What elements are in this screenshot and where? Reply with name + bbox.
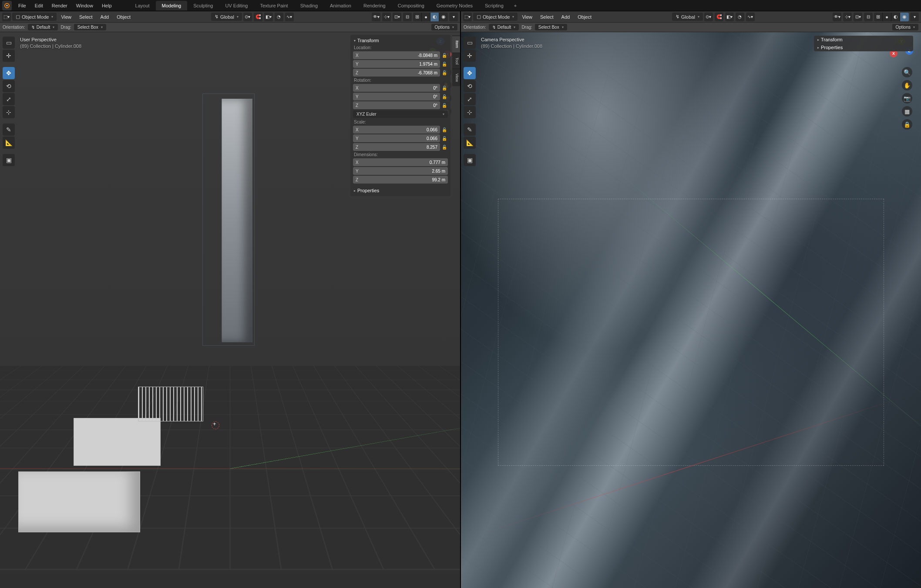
gizmo-toggle[interactable]: ⊹▾ [382,13,391,21]
tab-sculpting[interactable]: Sculpting [187,1,219,10]
header-select[interactable]: Select [76,13,96,21]
transform-section-header[interactable]: Transform [814,36,913,43]
rotation-z-field[interactable]: Z0° [353,101,440,109]
viewport-left[interactable]: User Perspective (89) Collection | Cylin… [0,32,460,588]
overlays-toggle[interactable]: ⊡▾ [854,13,862,21]
header-add[interactable]: Add [558,13,574,21]
zoom-icon[interactable]: 🔍 [902,67,912,77]
lock-icon[interactable]: 🔓 [441,62,448,67]
location-x-field[interactable]: X-8.0848 m [353,51,440,59]
lock-icon[interactable]: 🔓 [441,145,448,150]
menu-help[interactable]: Help [97,1,116,10]
dim-z-field[interactable]: Z99.2 m [353,176,448,184]
lock-icon[interactable]: 🔓 [441,103,448,108]
tab-shading[interactable]: Shading [294,1,324,10]
drag-dropdown[interactable]: Select Box [74,24,106,30]
scale-y-field[interactable]: Y0.066 [353,134,440,142]
header-add[interactable]: Add [97,13,113,21]
tool-transform[interactable]: ⊹ [464,106,476,118]
proportional-dropdown[interactable]: ∿▾ [746,13,755,21]
drag-dropdown[interactable]: Select Box [535,24,567,30]
orientation-dropdown[interactable]: ↯Global [672,13,703,21]
menu-window[interactable]: Window [72,1,97,10]
camera-icon[interactable]: 📷 [902,93,912,104]
tool-orientation-dropdown[interactable]: ↯Default [28,24,58,30]
tool-add-cube[interactable]: ▣ [3,154,15,166]
tool-add-cube[interactable]: ▣ [464,154,476,166]
lock-icon[interactable]: 🔓 [441,53,448,58]
shading-material[interactable]: ◐ [891,13,900,21]
lock-icon[interactable]: 🔓 [441,127,448,132]
pan-icon[interactable]: ✋ [902,80,912,90]
rotation-mode-dropdown[interactable]: XYZ Euler [353,110,448,118]
shading-wireframe[interactable]: ⊞ [413,13,422,21]
shading-options-dropdown[interactable]: ▾ [449,13,458,21]
properties-section-header[interactable]: Properties [814,43,913,51]
lock-icon[interactable]: 🔓 [441,136,448,141]
tool-move[interactable]: ✥ [3,67,15,79]
tab-texture-paint[interactable]: Texture Paint [254,1,294,10]
scale-z-field[interactable]: Z8.257 [353,143,440,151]
tab-view[interactable]: View [452,69,460,86]
transform-section-header[interactable]: Transform [350,37,450,44]
tab-rendering[interactable]: Rendering [357,1,392,10]
tab-uv-editing[interactable]: UV Editing [219,1,254,10]
tab-geometry-nodes[interactable]: Geometry Nodes [430,1,479,10]
xray-toggle[interactable]: ⊟ [403,13,412,21]
tool-annotate[interactable]: ✎ [3,124,15,136]
pivot-dropdown[interactable]: ⊙▾ [704,13,713,21]
snap-dropdown[interactable]: ◧▾ [725,13,734,21]
proportional-dropdown[interactable]: ∿▾ [285,13,294,21]
lock-icon[interactable]: 🔓 [441,70,448,75]
dim-x-field[interactable]: X0.777 m [353,158,448,166]
lock-icon[interactable]: 🔓 [441,86,448,90]
tool-rotate[interactable]: ⟲ [3,80,15,92]
menu-edit[interactable]: Edit [30,1,47,10]
options-dropdown-left[interactable]: Options [431,24,457,30]
shading-solid[interactable]: ● [883,13,891,21]
tool-annotate[interactable]: ✎ [464,124,476,136]
header-view[interactable]: View [518,13,536,21]
menu-render[interactable]: Render [47,1,72,10]
shading-solid[interactable]: ● [422,13,430,21]
perspective-icon[interactable]: ▦ [902,106,912,117]
shading-options-dropdown[interactable]: ▾ [910,13,919,21]
scale-x-field[interactable]: X0.066 [353,126,440,134]
proportional-edit-toggle[interactable]: ◔ [275,13,283,21]
xray-toggle[interactable]: ⊟ [864,13,873,21]
tool-move[interactable]: ✥ [464,67,476,79]
tool-measure[interactable]: 📐 [3,137,15,149]
pivot-dropdown[interactable]: ⊙▾ [243,13,252,21]
header-object[interactable]: Object [574,13,595,21]
tab-animation[interactable]: Animation [324,1,357,10]
overlays-toggle[interactable]: ⊡▾ [393,13,401,21]
tool-measure[interactable]: 📐 [464,137,476,149]
mode-dropdown[interactable]: ▢ Object Mode [12,13,57,21]
snap-dropdown[interactable]: ◧▾ [264,13,273,21]
rotation-x-field[interactable]: X0° [353,84,440,92]
dim-y-field[interactable]: Y2.65 m [353,167,448,175]
tool-select[interactable]: ▭ [3,37,15,49]
tab-modeling[interactable]: Modeling [156,1,188,10]
options-dropdown-right[interactable]: Options [892,24,918,30]
lock-camera-icon[interactable]: 🔒 [902,119,912,130]
tool-select[interactable]: ▭ [464,37,476,49]
header-view[interactable]: View [57,13,75,21]
tab-tool[interactable]: Tool [452,53,460,69]
rotation-y-field[interactable]: Y0° [353,93,440,100]
tool-cursor[interactable]: ✛ [3,50,15,62]
snap-toggle[interactable]: 🧲 [254,13,262,21]
properties-section-header[interactable]: Properties [350,187,450,194]
editor-type-icon[interactable]: ⬚▾ [2,13,11,21]
editor-type-icon[interactable]: ⬚▾ [463,13,472,21]
tool-scale[interactable]: ⤢ [3,93,15,105]
gizmo-toggle[interactable]: ⊹▾ [843,13,852,21]
visibility-dropdown[interactable]: 👁▾ [372,13,380,21]
menu-file[interactable]: File [14,1,30,10]
tool-scale[interactable]: ⤢ [464,93,476,105]
viewport-right[interactable]: Camera Perspective (89) Collection | Cyl… [461,32,921,588]
shading-wireframe[interactable]: ⊞ [874,13,883,21]
tab-item[interactable]: Item [452,36,460,53]
shading-rendered[interactable]: ◉ [900,13,909,21]
add-workspace-button[interactable]: + [510,1,521,10]
